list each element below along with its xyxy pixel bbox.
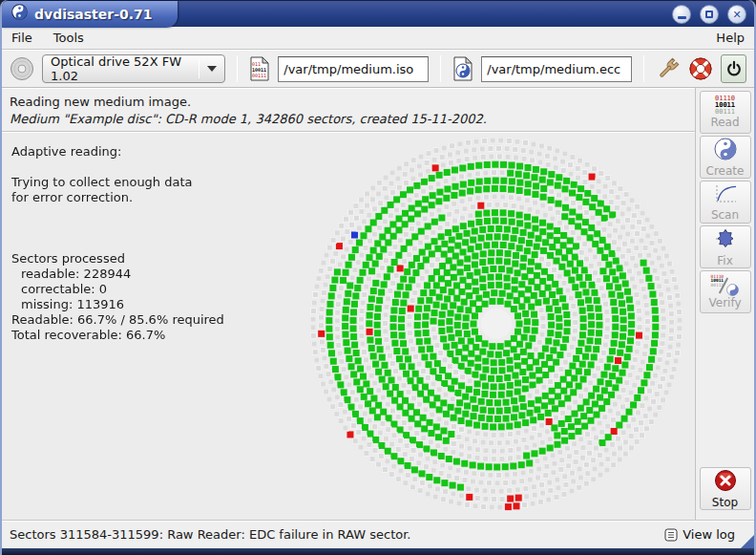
main-content: Adaptive reading: Trying to collect enou… xyxy=(2,132,695,520)
verify-label: Verify xyxy=(708,297,741,310)
window-title: dvdisaster-0.71 xyxy=(34,7,153,22)
stop-label: Stop xyxy=(712,497,738,509)
ecc-path-input[interactable] xyxy=(481,56,632,82)
toolbar-separator xyxy=(643,55,644,82)
stop-icon xyxy=(714,469,737,496)
sectors-correctable: correctable: 0 xyxy=(11,282,224,297)
drive-select[interactable]: Optical drive 52X FW 1.02 xyxy=(42,54,225,83)
toolbar-separator xyxy=(237,55,238,82)
fix-button[interactable]: Fix xyxy=(700,225,751,268)
adaptive-reading-heading: Adaptive reading: xyxy=(11,144,224,160)
fix-patch-icon xyxy=(714,227,737,254)
create-yinyang-icon xyxy=(714,138,737,164)
iso-path-input[interactable] xyxy=(278,56,429,82)
combo-separator xyxy=(199,59,200,78)
statusbar: Sectors 311584-311599: Raw Reader: EDC f… xyxy=(2,520,754,548)
total-recoverable: Total recoverable: 66.7% xyxy=(11,328,224,343)
scan-button[interactable]: Scan xyxy=(700,181,751,224)
drive-select-value: Optical drive 52X FW 1.02 xyxy=(51,54,191,83)
optical-drive-icon xyxy=(10,56,34,81)
scan-chart-icon xyxy=(713,183,738,208)
titlebar: dvdisaster-0.71 ✕ xyxy=(2,0,754,27)
menu-tools[interactable]: Tools xyxy=(53,31,84,45)
status-message: Sectors 311584-311599: Raw Reader: EDC f… xyxy=(10,527,664,542)
iso-file-icon: 011 10011 00111 xyxy=(249,56,270,81)
scan-label: Scan xyxy=(711,209,739,222)
adaptive-reading-desc2: for error correction. xyxy=(11,190,224,205)
preferences-wrench-button[interactable] xyxy=(656,56,681,81)
titlebar-tab[interactable]: dvdisaster-0.71 xyxy=(2,1,178,28)
close-icon: ✕ xyxy=(732,10,741,20)
toolbar-separator xyxy=(440,55,441,82)
reading-info-panel: Adaptive reading: Trying to collect enou… xyxy=(11,144,224,343)
adaptive-reading-desc1: Trying to collect enough data xyxy=(11,175,224,190)
view-log-label: View log xyxy=(682,527,735,542)
svg-text:00111: 00111 xyxy=(252,73,266,78)
menu-file[interactable]: File xyxy=(11,31,32,45)
view-log-button[interactable]: View log xyxy=(664,527,735,542)
create-button[interactable]: Create xyxy=(700,136,751,179)
read-button[interactable]: 01110 10011 00111 Read xyxy=(700,91,751,134)
sectors-processed-heading: Sectors processed xyxy=(11,251,224,267)
read-binary-icon: 01110 10011 00111 xyxy=(715,96,735,116)
power-icon xyxy=(724,59,744,78)
maximize-icon xyxy=(705,11,713,18)
minimize-button[interactable] xyxy=(672,5,691,24)
help-lifering-button[interactable] xyxy=(688,56,713,81)
create-label: Create xyxy=(706,165,745,178)
app-window: dvdisaster-0.71 ✕ File Tools Help Optica… xyxy=(0,0,756,555)
sectors-readable: readable: 228944 xyxy=(11,267,224,282)
log-list-icon xyxy=(664,528,678,542)
menu-help[interactable]: Help xyxy=(716,31,745,45)
window-bottom-frame xyxy=(2,548,754,555)
action-sidebar: 01110 10011 00111 Read Create xyxy=(695,88,754,520)
stop-button[interactable]: Stop xyxy=(700,467,751,510)
verify-button[interactable]: 01110 10011 00111 Verify xyxy=(700,270,751,313)
minimize-icon xyxy=(678,16,686,19)
sectors-missing: missing: 113916 xyxy=(11,297,224,312)
operation-status-strip: Reading new medium image. Medium "Exampl… xyxy=(2,88,695,132)
operation-title: Reading new medium image. xyxy=(10,93,695,111)
app-yinyang-icon xyxy=(11,4,28,24)
ecc-file-icon xyxy=(452,56,473,81)
readable-percent: Readable: 66.7% / 85.6% required xyxy=(11,312,224,328)
fix-label: Fix xyxy=(717,255,732,267)
read-label: Read xyxy=(710,117,739,129)
medium-info: Medium "Example disc": CD-R mode 1, 3428… xyxy=(10,111,695,128)
toolbar: Optical drive 52X FW 1.02 011 10011 0011… xyxy=(2,50,754,88)
chevron-down-icon xyxy=(207,66,217,72)
quit-power-button[interactable] xyxy=(721,54,746,83)
maximize-button[interactable] xyxy=(700,5,719,24)
close-button[interactable]: ✕ xyxy=(727,5,746,24)
verify-icon: 01110 10011 00111 xyxy=(711,275,740,296)
resize-grip[interactable] xyxy=(741,535,754,548)
menubar: File Tools Help xyxy=(2,27,754,50)
